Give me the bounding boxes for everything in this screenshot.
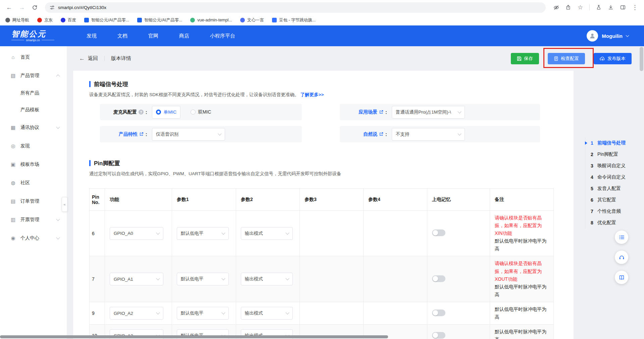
fab-list-button[interactable] xyxy=(615,230,628,244)
bookmark-item[interactable]: 豆包 - 字节跳动旗... xyxy=(272,17,316,23)
sidebar-collapse-button[interactable]: « xyxy=(62,197,67,212)
browser-back-icon[interactable]: ← xyxy=(3,2,15,13)
power-memory-toggle[interactable] xyxy=(432,229,445,236)
sidebar-item-discover[interactable]: ◎发现 xyxy=(0,137,67,155)
publish-version-button[interactable]: 发布版本 xyxy=(594,53,632,64)
favicon xyxy=(137,18,142,22)
param1-select[interactable]: 默认低电平 xyxy=(177,273,229,285)
sidebar-item-product-management[interactable]: ▧产品管理 xyxy=(0,66,67,85)
power-memory-toggle[interactable] xyxy=(432,275,445,282)
param2-select[interactable]: 输出模式 xyxy=(241,307,293,320)
anchor-item-pin[interactable]: 2Pin脚配置 xyxy=(586,149,643,160)
bookmark-item[interactable]: 京东 xyxy=(37,17,53,23)
pin-row-6: 6 GPIO_A0 默认低电平 输出模式 请确认模块是否贴有晶振，如果有，应配置… xyxy=(90,211,554,256)
browser-reload-icon[interactable] xyxy=(29,2,40,13)
radio-dot xyxy=(191,110,196,115)
url-bar[interactable]: smartpi.cn/#/QytICi130x xyxy=(45,2,546,13)
nav-item-website[interactable]: 官网 xyxy=(148,33,158,39)
bookmark-label: 豆包 - 字节跳动旗... xyxy=(279,17,316,23)
person-icon xyxy=(589,32,596,39)
bookmark-star-icon[interactable]: ☆ xyxy=(575,2,586,13)
learn-more-link[interactable]: 了解更多>> xyxy=(301,92,324,97)
bookmark-item[interactable]: 智能公元/AI产品零... xyxy=(137,17,182,23)
anchor-item-other[interactable]: 6其它配置 xyxy=(586,194,643,206)
user-menu[interactable]: Moguilin xyxy=(587,30,644,42)
browser-actions: ☆ ⋮ xyxy=(550,2,641,13)
sidebar-item-template-market[interactable]: ▣模板市场 xyxy=(0,155,67,174)
site-settings-icon[interactable] xyxy=(50,5,55,10)
chip-icon: ▦ xyxy=(10,125,16,131)
sidebar-item-profile[interactable]: ◉个人中心 xyxy=(0,229,67,247)
bookmark-label: 网址导航 xyxy=(12,17,29,23)
param2-select[interactable]: 输出模式 xyxy=(241,227,293,240)
sidebar-item-home[interactable]: ⌂首页 xyxy=(0,48,67,66)
browser-menu-icon[interactable]: ⋮ xyxy=(629,2,641,13)
nav-item-discover[interactable]: 发现 xyxy=(87,33,97,39)
back-button[interactable]: ← 返回 xyxy=(79,55,98,62)
fab-support-button[interactable] xyxy=(615,251,628,264)
home-icon: ⌂ xyxy=(10,54,16,60)
note-text: 默认低电平时脉冲电平为高 xyxy=(495,283,549,298)
external-link-icon[interactable] xyxy=(379,132,383,136)
feature-select[interactable]: 仅语音识别 xyxy=(152,128,225,141)
function-select[interactable]: GPIO_A1 xyxy=(110,273,163,285)
privacy-eye-off-icon[interactable] xyxy=(550,2,562,13)
function-select[interactable]: GPIO_A2 xyxy=(110,307,163,320)
sidebar-item-product-templates[interactable]: 产品模板 xyxy=(0,101,67,118)
bookmark-item[interactable]: 网址导航 xyxy=(5,17,29,23)
bookmarks-bar: 网址导航 京东 百度 智能公元/AI产品零... 智能公元/AI产品零... v… xyxy=(0,15,644,25)
nav-item-store[interactable]: 商店 xyxy=(179,33,189,39)
anchor-item-voice[interactable]: 5发音人配置 xyxy=(586,183,643,194)
scene-field: 应用场景 : 普通话通用Pro(占1M空间)-\ xyxy=(340,104,540,120)
power-memory-toggle[interactable] xyxy=(432,310,445,316)
vertical-scrollbar-thumb[interactable] xyxy=(640,47,643,71)
anchor-item-signal[interactable]: 1前端信号处理 xyxy=(586,137,643,149)
anchor-item-audio[interactable]: 7个性化音频 xyxy=(586,206,643,217)
side-panel-icon[interactable] xyxy=(617,2,629,13)
external-link-icon[interactable] xyxy=(139,132,144,136)
bookmark-item[interactable]: 百度 xyxy=(61,17,76,23)
bookmark-label: 文心一言 xyxy=(247,17,264,23)
mic-config-field: 麦克风配置 : 单MIC 双MIC xyxy=(100,104,302,120)
sidebar-item-protocols[interactable]: ▦通讯协议 xyxy=(0,118,67,137)
help-icon[interactable] xyxy=(139,110,144,115)
chevron-down-icon xyxy=(458,132,461,135)
favicon xyxy=(240,18,245,22)
scene-select[interactable]: 普通话通用Pro(占1M空间)-\ xyxy=(392,106,465,119)
table-header-row: Pin No. 功能 参数1 参数2 参数3 参数4 上电记忆 备注 xyxy=(90,189,554,211)
share-icon[interactable] xyxy=(562,2,574,13)
sidebar-item-community[interactable]: ◍社区 xyxy=(0,174,67,192)
sidebar-item-invoicing[interactable]: ▥开票管理 xyxy=(0,210,67,229)
param1-select[interactable]: 默认低电平 xyxy=(177,227,229,240)
bookmark-item[interactable]: 文心一言 xyxy=(240,17,264,23)
downloads-icon[interactable] xyxy=(605,2,616,13)
nav-item-miniprogram[interactable]: 小程序平台 xyxy=(210,33,235,39)
labs-flask-icon[interactable] xyxy=(593,2,604,13)
label-colon: : xyxy=(146,110,147,115)
function-select[interactable]: GPIO_A0 xyxy=(110,227,163,240)
browser-forward-icon[interactable]: → xyxy=(16,2,28,13)
label-colon: : xyxy=(385,132,387,137)
external-link-icon[interactable] xyxy=(379,110,383,114)
sidebar-item-orders[interactable]: ▤订单管理 xyxy=(0,192,67,210)
logo-subtitle: smartpi.cn xyxy=(11,39,54,42)
chevron-down-icon xyxy=(56,217,60,221)
check-config-button[interactable]: 检查配置 xyxy=(548,53,585,64)
natural-speech-select[interactable]: 不支持 xyxy=(392,128,465,141)
anchor-item-optimize[interactable]: 8优化配置 xyxy=(586,217,643,228)
nav-item-docs[interactable]: 文档 xyxy=(117,33,127,39)
power-memory-toggle[interactable] xyxy=(432,332,445,339)
anchor-item-commands[interactable]: 4命令词自定义 xyxy=(586,172,643,183)
anchor-item-wakeword[interactable]: 3唤醒词自定义 xyxy=(586,160,643,172)
save-button[interactable]: 保存 xyxy=(511,53,539,64)
fab-docs-button[interactable] xyxy=(615,271,628,284)
param2-select[interactable]: 输出模式 xyxy=(241,273,293,285)
horizontal-scrollbar-thumb[interactable] xyxy=(0,335,388,338)
radio-dual-mic[interactable]: 双MIC xyxy=(191,109,211,115)
radio-single-mic[interactable]: 单MIC xyxy=(152,106,180,119)
bookmark-item[interactable]: 智能公元/AI产品零... xyxy=(84,17,129,23)
param1-select[interactable]: 默认低电平 xyxy=(177,307,229,320)
chevron-down-icon xyxy=(156,277,160,280)
sidebar-item-all-products[interactable]: 所有产品 xyxy=(0,85,67,101)
bookmark-item[interactable]: vue-admin-templ... xyxy=(190,18,232,22)
